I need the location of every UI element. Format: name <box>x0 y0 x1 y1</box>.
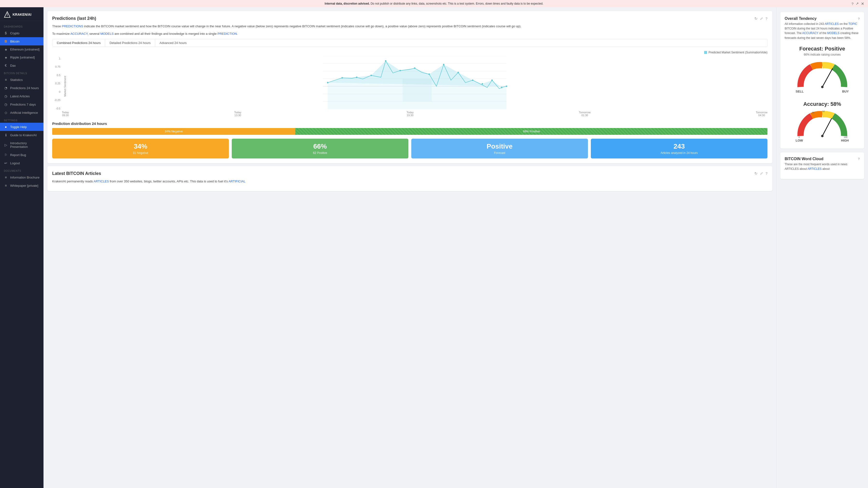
prediction-link[interactable]: PREDICTION <box>217 32 237 35</box>
sidebar-item-toggle-help[interactable]: ● Toggle Help <box>0 123 43 131</box>
articles-card-header: Latest BITCOIN Articles ↻ ⤢ ? <box>52 171 768 176</box>
overall-models-link[interactable]: MODELS <box>827 31 839 35</box>
sidebar-item-ai[interactable]: ◇ Artificial Intelligence <box>0 108 43 117</box>
logo-text: KRAKEN/AI <box>12 12 31 17</box>
svg-line-31 <box>822 119 832 136</box>
sidebar-item-whitepaper[interactable]: ≡ Whitepaper [private] <box>0 182 43 190</box>
bitcoin-icon: B <box>4 39 8 43</box>
svg-point-11 <box>341 77 343 78</box>
stat-articles-label: Articles analyzed in 24 hours <box>595 151 764 155</box>
euro-icon: € <box>4 64 8 67</box>
sidebar-item-ethereum[interactable]: ◈ Ethereum [untrained] <box>0 45 43 54</box>
low-label: LOW <box>796 139 803 142</box>
articles-refresh-icon[interactable]: ↻ <box>754 171 757 175</box>
overall-articles-link[interactable]: ARTICLES <box>825 22 839 26</box>
articles-link[interactable]: ARTICLES <box>94 180 109 183</box>
alert-close-button[interactable]: ✕ <box>861 1 864 6</box>
sidebar: KRAKEN/AI Dashboards $ Crypto B Bitcoin … <box>0 7 43 488</box>
svg-point-19 <box>458 72 459 73</box>
sidebar-item-predictions-24h[interactable]: ◔ Predictions 24 hours <box>0 84 43 92</box>
stat-negative-count: 31 Negative <box>56 151 225 155</box>
stat-positive-pct: 66% <box>236 142 405 150</box>
wordcloud-help-icon[interactable]: ? <box>858 157 860 161</box>
section-label-documents: Documents <box>0 167 43 173</box>
stat-positive-count: 62 Positive <box>236 151 405 155</box>
forecast-subtitle: 66% indicate raising courses <box>804 53 841 56</box>
sidebar-item-latest-articles[interactable]: ◷ Latest Articles <box>0 92 43 100</box>
articles-desc: Kraken/AI permanently reads ARTICLES fro… <box>52 179 768 184</box>
predictions-card-title: Predictions (last 24h) <box>52 16 96 21</box>
sidebar-item-intro[interactable]: ▷ Introductory Presentation <box>0 139 43 151</box>
articles-card-title: Latest BITCOIN Articles <box>52 171 101 176</box>
svg-point-15 <box>399 70 401 71</box>
play-icon: ▷ <box>4 143 8 147</box>
sidebar-item-report-bug[interactable]: ⚐ Report Bug <box>0 151 43 159</box>
refresh-icon[interactable]: ↻ <box>754 17 757 21</box>
overall-tendency-title: Overall Tendency ? <box>785 17 860 21</box>
stat-negative-pct: 34% <box>56 142 225 150</box>
sidebar-item-predictions-7d[interactable]: ◷ Predictions 7 days <box>0 100 43 108</box>
bug-icon: ⚐ <box>4 153 8 157</box>
predictions-link[interactable]: PREDICTIONS <box>62 24 83 28</box>
overall-tendency-card: Overall Tendency ? All information colle… <box>780 12 864 149</box>
articles-help-icon[interactable]: ? <box>766 171 768 175</box>
help-icon: ● <box>4 125 8 129</box>
latest-articles-card: Latest BITCOIN Articles ↻ ⤢ ? Kraken/AI … <box>48 166 772 191</box>
artificial-link[interactable]: ARTIFICIAL <box>228 180 246 183</box>
sidebar-item-brochure[interactable]: ≡ Information Brochure <box>0 173 43 182</box>
svg-text:50: 50 <box>822 110 825 112</box>
accuracy-link[interactable]: ACCURACY <box>70 32 88 35</box>
stat-box-positive-pct: 66% 62 Positive <box>232 139 408 159</box>
sidebar-section-dashboards: Dashboards $ Crypto B Bitcoin ◈ Ethereum… <box>0 23 43 70</box>
overall-accuracy-link[interactable]: ACCURACY <box>802 31 818 35</box>
stat-forecast: Positive <box>415 142 584 150</box>
svg-point-21 <box>482 83 483 85</box>
sidebar-logo: KRAKEN/AI <box>0 7 43 21</box>
svg-line-25 <box>822 69 833 87</box>
sidebar-item-dax[interactable]: € Dax <box>0 61 43 70</box>
models-link[interactable]: MODELS <box>100 32 114 35</box>
expand-icon[interactable]: ⤢ <box>760 17 763 21</box>
tab-advanced-24h[interactable]: Advanced 24 hours <box>155 39 191 46</box>
wordcloud-title: BITCOIN Word Cloud ? <box>785 157 860 161</box>
svg-point-32 <box>821 135 824 137</box>
sell-label: SELL <box>796 90 804 93</box>
wordcloud-articles-link[interactable]: ARTICLES <box>808 167 822 170</box>
alert-external-icon[interactable]: ↗ <box>856 1 859 6</box>
sidebar-section-documents: Documents ≡ Information Brochure ≡ White… <box>0 167 43 190</box>
info-icon: ℹ <box>4 133 8 137</box>
sidebar-item-logout[interactable]: ↩ Logout <box>0 159 43 167</box>
high-label: HIGH <box>841 139 849 142</box>
sidebar-section-bitcoin-details: BITCOIN Details ≡ Statistics ◔ Predictio… <box>0 70 43 117</box>
sidebar-item-crypto[interactable]: $ Crypto <box>0 29 43 37</box>
articles-icon: ◷ <box>4 94 8 98</box>
svg-point-22 <box>491 79 493 81</box>
articles-expand-icon[interactable]: ⤢ <box>760 171 763 175</box>
sidebar-item-bitcoin[interactable]: B Bitcoin <box>0 37 43 45</box>
clock-icon: ◔ <box>4 86 8 90</box>
svg-text:100: 100 <box>844 136 847 138</box>
stats-grid: 34% 31 Negative 66% 62 Positive Positive… <box>52 139 768 159</box>
svg-point-16 <box>414 67 415 69</box>
alert-help-icon[interactable]: ? <box>851 2 854 6</box>
stat-forecast-label: Forecast <box>415 151 584 155</box>
sidebar-item-guide[interactable]: ℹ Guide to Kraken/AI <box>0 131 43 139</box>
dist-negative: 34% Negative <box>52 128 295 135</box>
card-help-icon[interactable]: ? <box>766 17 768 21</box>
bitcoin-wordcloud-card: BITCOIN Word Cloud ? These are the most … <box>780 153 864 179</box>
whitepaper-icon: ≡ <box>4 184 8 188</box>
tab-detailed-24h[interactable]: Detailed Predictions 24 hours <box>105 39 155 46</box>
kraken-logo-icon <box>4 11 11 18</box>
main-content: Predictions (last 24h) ↻ ⤢ ? These PREDI… <box>43 7 776 488</box>
right-panel: Overall Tendency ? All information colle… <box>776 7 868 488</box>
svg-point-12 <box>356 76 358 78</box>
buy-label: BUY <box>842 90 849 93</box>
svg-point-13 <box>370 75 372 76</box>
sidebar-item-statistics[interactable]: ≡ Statistics <box>0 76 43 84</box>
overall-topic-link[interactable]: TOPIC <box>848 22 857 26</box>
sidebar-item-ripple[interactable]: ◈ Ripple [untrained] <box>0 54 43 61</box>
overall-help-icon[interactable]: ? <box>858 17 860 21</box>
y-axis-label: Market Sentiment <box>64 76 66 97</box>
tab-combined-24h[interactable]: Combined Predictions 24 hours <box>53 39 105 46</box>
section-label-dashboards: Dashboards <box>0 23 43 29</box>
